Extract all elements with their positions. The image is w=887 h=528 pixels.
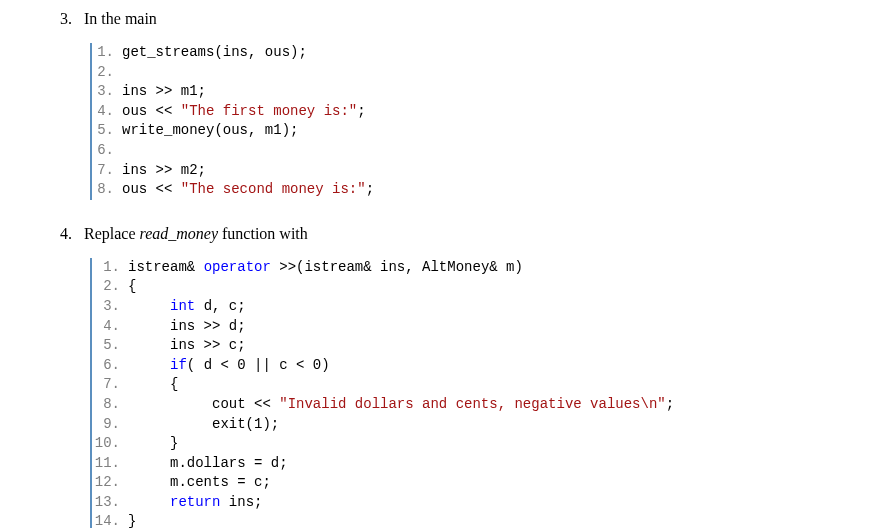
- code-line: 9. exit(1);: [94, 415, 837, 435]
- code-content: get_streams(ins, ous);: [122, 43, 307, 63]
- code-content: exit(1);: [128, 415, 279, 435]
- code-line: 3.ins >> m1;: [94, 82, 837, 102]
- section-4-number: 4.: [60, 225, 72, 242]
- code-line: 12. m.cents = c;: [94, 473, 837, 493]
- code-block-2: 1.istream& operator >>(istream& ins, Alt…: [90, 258, 837, 528]
- section-4-prefix: Replace: [84, 225, 140, 242]
- code-line: 1.istream& operator >>(istream& ins, Alt…: [94, 258, 837, 278]
- code-content: ous << "The first money is:";: [122, 102, 366, 122]
- code-content: istream& operator >>(istream& ins, AltMo…: [128, 258, 523, 278]
- section-4-italic: read_money: [140, 225, 219, 242]
- code-line: 1.get_streams(ins, ous);: [94, 43, 837, 63]
- code-content: m.cents = c;: [128, 473, 271, 493]
- line-number: 5.: [94, 336, 128, 356]
- section-4-text: Replace read_money function with: [84, 225, 308, 242]
- code-content: ins >> c;: [128, 336, 246, 356]
- code-line: 4. ins >> d;: [94, 317, 837, 337]
- code-line: 8. cout << "Invalid dollars and cents, n…: [94, 395, 837, 415]
- code-line: 3. int d, c;: [94, 297, 837, 317]
- section-4-suffix: function with: [218, 225, 308, 242]
- code-line: 6.: [94, 141, 837, 161]
- code-line: 2.: [94, 63, 837, 83]
- code-line: 4.ous << "The first money is:";: [94, 102, 837, 122]
- code-content: {: [128, 375, 178, 395]
- line-number: 1.: [94, 43, 122, 63]
- code-content: return ins;: [128, 493, 262, 513]
- section-3-text: In the main: [84, 10, 157, 27]
- line-number: 7.: [94, 161, 122, 181]
- line-number: 7.: [94, 375, 128, 395]
- code-content: if( d < 0 || c < 0): [128, 356, 330, 376]
- line-number: 5.: [94, 121, 122, 141]
- code-content: }: [128, 512, 136, 528]
- code-line: 10. }: [94, 434, 837, 454]
- line-number: 6.: [94, 356, 128, 376]
- line-number: 14.: [94, 512, 128, 528]
- line-number: 4.: [94, 102, 122, 122]
- section-4-header: 4. Replace read_money function with: [60, 225, 837, 243]
- line-number: 13.: [94, 493, 128, 513]
- code-block-1: 1.get_streams(ins, ous);2.3.ins >> m1;4.…: [90, 43, 837, 200]
- line-number: 2.: [94, 277, 128, 297]
- code-line: 5.write_money(ous, m1);: [94, 121, 837, 141]
- code-line: 8.ous << "The second money is:";: [94, 180, 837, 200]
- line-number: 10.: [94, 434, 128, 454]
- code-content: ins >> m2;: [122, 161, 206, 181]
- code-line: 7.ins >> m2;: [94, 161, 837, 181]
- code-line: 14.}: [94, 512, 837, 528]
- code-content: m.dollars = d;: [128, 454, 288, 474]
- code-line: 2.{: [94, 277, 837, 297]
- code-line: 11. m.dollars = d;: [94, 454, 837, 474]
- code-content: ins >> m1;: [122, 82, 206, 102]
- line-number: 6.: [94, 141, 122, 161]
- code-content: {: [128, 277, 136, 297]
- code-line: 6. if( d < 0 || c < 0): [94, 356, 837, 376]
- line-number: 9.: [94, 415, 128, 435]
- code-content: ins >> d;: [128, 317, 246, 337]
- line-number: 11.: [94, 454, 128, 474]
- code-content: }: [128, 434, 178, 454]
- line-number: 3.: [94, 297, 128, 317]
- line-number: 2.: [94, 63, 122, 83]
- code-content: int d, c;: [128, 297, 246, 317]
- code-content: ous << "The second money is:";: [122, 180, 374, 200]
- line-number: 3.: [94, 82, 122, 102]
- line-number: 8.: [94, 395, 128, 415]
- code-content: cout << "Invalid dollars and cents, nega…: [128, 395, 674, 415]
- section-3-header: 3. In the main: [60, 10, 837, 28]
- code-line: 7. {: [94, 375, 837, 395]
- line-number: 1.: [94, 258, 128, 278]
- line-number: 12.: [94, 473, 128, 493]
- line-number: 4.: [94, 317, 128, 337]
- code-line: 13. return ins;: [94, 493, 837, 513]
- code-content: write_money(ous, m1);: [122, 121, 298, 141]
- line-number: 8.: [94, 180, 122, 200]
- code-line: 5. ins >> c;: [94, 336, 837, 356]
- section-3-number: 3.: [60, 10, 72, 27]
